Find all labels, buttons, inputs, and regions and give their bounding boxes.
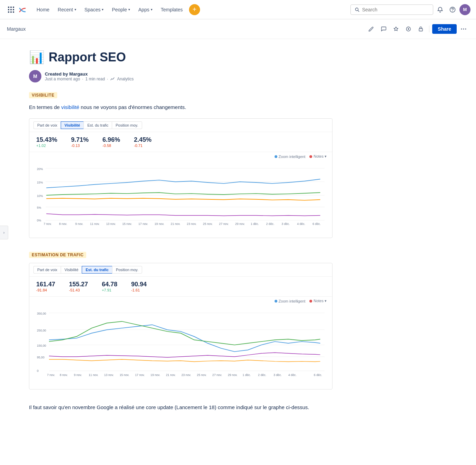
legend2-notes: Notes ▾ xyxy=(309,299,327,303)
chart1-tab-esttrafic[interactable]: Est. du trafic xyxy=(83,121,112,129)
page-title-row: 📊 Rapport SEO xyxy=(29,50,333,65)
legend2-notes-dot xyxy=(309,300,312,303)
svg-text:15%: 15% xyxy=(37,181,43,184)
nav-templates[interactable]: Templates xyxy=(157,5,186,14)
svg-rect-5 xyxy=(13,9,14,10)
svg-text:20%: 20% xyxy=(37,167,43,171)
svg-text:29 nov.: 29 nov. xyxy=(235,222,245,226)
svg-text:17 nov.: 17 nov. xyxy=(135,373,145,377)
chart2-stats: 161.47 -91.84 155.27 -51.43 64.78 +7.91 … xyxy=(29,277,332,297)
create-button[interactable]: + xyxy=(189,4,200,15)
search-icon xyxy=(355,7,359,12)
confluence-logo[interactable] xyxy=(18,4,29,15)
svg-text:250,00: 250,00 xyxy=(37,329,46,332)
svg-text:5%: 5% xyxy=(37,206,41,209)
notifications-button[interactable] xyxy=(435,4,446,15)
chart-visibilite: Part de voix Visibilité Est. du trafic P… xyxy=(29,118,333,238)
stat2-2: 155.27 -51.43 xyxy=(69,281,88,292)
sub-header: Margaux xyxy=(0,19,476,39)
svg-text:11 nov.: 11 nov. xyxy=(89,373,98,377)
page-icon: 📊 xyxy=(29,50,44,65)
chart-trafic: Part de voix Visibilité Est. du trafic P… xyxy=(29,263,333,389)
nav-recent[interactable]: Recent ▾ xyxy=(54,5,79,14)
svg-text:1 déc.: 1 déc. xyxy=(251,222,259,226)
chart1-legend: Zoom intelligent Notes ▾ xyxy=(29,152,332,161)
svg-text:7 nov.: 7 nov. xyxy=(47,373,55,377)
chart1-stats: 15.43% +1.02 9.71% -0.13 6.96% -0.58 2.4… xyxy=(29,132,332,152)
visibilite-link[interactable]: visibilité xyxy=(61,104,79,110)
svg-text:9 nov.: 9 nov. xyxy=(75,222,83,226)
svg-text:15 nov.: 15 nov. xyxy=(120,373,129,377)
svg-point-13 xyxy=(452,11,453,11)
chart1-tab-position[interactable]: Position moy. xyxy=(112,121,142,129)
search-box[interactable] xyxy=(350,4,433,15)
svg-text:25 nov.: 25 nov. xyxy=(197,373,207,377)
nav-apps[interactable]: Apps ▾ xyxy=(135,5,156,14)
stat2-3: 64.78 +7.91 xyxy=(102,281,117,292)
top-nav: Home Recent ▾ Spaces ▾ People ▾ Apps ▾ T… xyxy=(0,0,476,19)
comment-button[interactable] xyxy=(378,23,389,34)
svg-rect-9 xyxy=(18,4,29,15)
svg-line-11 xyxy=(358,10,359,11)
share-button[interactable]: Share xyxy=(432,24,457,34)
restrict-button[interactable] xyxy=(415,23,426,34)
legend2-zoom: Zoom intelligent xyxy=(275,299,306,303)
svg-text:2 déc.: 2 déc. xyxy=(258,373,266,377)
svg-rect-8 xyxy=(13,11,14,13)
more-button[interactable] xyxy=(458,23,469,34)
svg-text:27 nov.: 27 nov. xyxy=(219,222,229,226)
page-title: Rapport SEO xyxy=(49,50,126,65)
section-visibilite: VISIBILITE En termes de visibilité nous … xyxy=(29,92,333,238)
svg-text:8 nov.: 8 nov. xyxy=(60,373,68,377)
stat-1: 15.43% +1.02 xyxy=(36,136,57,148)
nav-spaces[interactable]: Spaces ▾ xyxy=(81,5,107,14)
chevron-down-icon: ▾ xyxy=(102,8,103,11)
chart2-tab-position[interactable]: Position moy. xyxy=(112,266,142,274)
svg-rect-0 xyxy=(8,7,9,8)
svg-rect-4 xyxy=(10,9,12,10)
chart2-tab-visibilite[interactable]: Visibilité xyxy=(61,266,82,274)
chart2-tab-partdevoix[interactable]: Part de voix xyxy=(33,266,61,274)
svg-text:23 nov.: 23 nov. xyxy=(187,222,197,226)
legend-zoom-dot xyxy=(275,155,277,158)
svg-text:4 déc.: 4 déc. xyxy=(297,222,305,226)
svg-text:19 nov.: 19 nov. xyxy=(150,373,160,377)
help-button[interactable] xyxy=(447,4,458,15)
svg-text:0%: 0% xyxy=(37,219,41,222)
chart1-area: 20% 15% 10% 5% 0% xyxy=(29,161,332,238)
sidebar-toggle[interactable]: › xyxy=(0,226,8,239)
svg-text:9 nov.: 9 nov. xyxy=(74,373,82,377)
svg-text:17 nov.: 17 nov. xyxy=(138,222,148,226)
nav-people[interactable]: People ▾ xyxy=(108,5,133,14)
page-actions: Share xyxy=(366,23,469,34)
user-avatar[interactable]: M xyxy=(459,4,470,15)
author-meta: Just a moment ago · 1 min read · Analyti… xyxy=(45,77,133,81)
svg-text:95,00: 95,00 xyxy=(37,356,44,359)
svg-point-19 xyxy=(465,29,466,30)
legend-notes-dot xyxy=(309,155,312,158)
chart1-tab-partdevoix[interactable]: Part de voix xyxy=(33,121,61,129)
svg-text:0: 0 xyxy=(37,369,39,373)
author-info: Created by Margaux Just a moment ago · 1… xyxy=(45,71,133,81)
analytics-icon xyxy=(110,77,115,81)
svg-text:29 nov.: 29 nov. xyxy=(228,373,237,377)
svg-text:21 nov.: 21 nov. xyxy=(166,373,176,377)
chevron-down-icon: ▾ xyxy=(75,8,76,11)
star-button[interactable] xyxy=(390,23,401,34)
legend-zoom: Zoom intelligent xyxy=(275,155,306,159)
legend2-zoom-dot xyxy=(275,300,277,303)
apps-grid-icon[interactable] xyxy=(6,4,17,15)
chart2-tabs: Part de voix Visibilité Est. du trafic P… xyxy=(29,263,332,277)
chevron-down-icon: ▾ xyxy=(151,8,152,11)
edit-button[interactable] xyxy=(366,23,377,34)
stat-3: 6.96% -0.58 xyxy=(102,136,120,148)
watch-button[interactable] xyxy=(403,23,414,34)
svg-text:350,00: 350,00 xyxy=(37,312,46,315)
search-input[interactable] xyxy=(362,7,429,12)
svg-text:7 nov.: 7 nov. xyxy=(43,222,51,226)
chart2-tab-esttrafic[interactable]: Est. du trafic xyxy=(82,266,112,274)
breadcrumb: Margaux xyxy=(7,26,26,32)
nav-home[interactable]: Home xyxy=(33,5,53,14)
chart1-tab-visibilite[interactable]: Visibilité xyxy=(61,121,83,129)
svg-text:15 nov.: 15 nov. xyxy=(122,222,132,226)
